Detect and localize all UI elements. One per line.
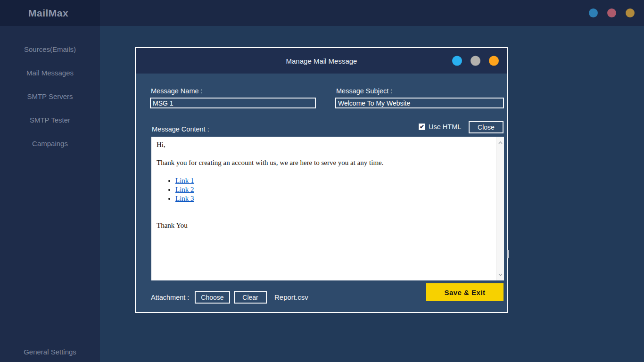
email-closing: Thank You: [157, 221, 491, 230]
manage-mail-message-dialog: Manage Mail Message Message Name : Messa…: [135, 47, 508, 313]
message-content-label: Message Content :: [152, 125, 209, 133]
topbar-circle-blue-icon[interactable]: [589, 8, 598, 17]
topbar-circle-gold-icon[interactable]: [626, 8, 635, 17]
list-item: Link 3: [175, 194, 491, 203]
use-html-label: Use HTML: [429, 123, 461, 131]
topbar-status-circles: [589, 8, 635, 17]
top-bar: MailMax: [0, 0, 644, 26]
attachment-file-name: Report.csv: [274, 293, 308, 301]
email-link-list: Link 1 Link 2 Link 3: [157, 176, 491, 203]
save-exit-button[interactable]: Save & Exit: [426, 283, 504, 301]
email-greeting: Hi,: [157, 140, 491, 149]
content-scrollbar[interactable]: [496, 137, 504, 280]
message-name-input[interactable]: [150, 98, 316, 108]
email-preview: Hi, Thank you for creating an account wi…: [151, 137, 496, 280]
email-link-2[interactable]: Link 2: [175, 186, 194, 193]
sidebar-nav: Sources(Emails) Mail Messages SMTP Serve…: [0, 37, 100, 155]
sidebar-item-smtp-servers[interactable]: SMTP Servers: [0, 84, 100, 108]
clear-attachment-button[interactable]: Clear: [234, 291, 267, 304]
message-subject-label: Message Subject :: [336, 87, 392, 95]
dialog-circle-blue-icon[interactable]: [452, 56, 462, 66]
app-logo-area: MailMax: [0, 0, 100, 26]
message-content-editor[interactable]: Hi, Thank you for creating an account wi…: [151, 137, 504, 280]
dialog-window-controls: [452, 56, 499, 66]
dialog-body: Message Name : Message Subject : Message…: [136, 74, 507, 312]
sidebar-item-mail-messages[interactable]: Mail Messages: [0, 61, 100, 84]
sidebar-item-general-settings[interactable]: General Settings: [24, 348, 76, 356]
dialog-titlebar: Manage Mail Message: [136, 48, 507, 74]
use-html-checkbox[interactable]: ✔: [419, 123, 425, 130]
email-link-3[interactable]: Link 3: [175, 195, 194, 202]
choose-attachment-button[interactable]: Choose: [195, 291, 230, 304]
sidebar-item-campaings[interactable]: Campaings: [0, 132, 100, 155]
scroll-down-icon[interactable]: [496, 271, 504, 279]
close-button[interactable]: Close: [469, 121, 504, 133]
dialog-circle-gray-icon[interactable]: [471, 56, 480, 66]
list-item: Link 1: [175, 176, 491, 185]
message-subject-input[interactable]: [335, 98, 504, 108]
attachment-label: Attachment :: [151, 294, 189, 301]
dialog-title: Manage Mail Message: [286, 57, 357, 65]
scroll-up-icon[interactable]: [496, 139, 504, 147]
app-title: MailMax: [0, 8, 68, 19]
email-link-1[interactable]: Link 1: [175, 177, 194, 184]
use-html-option: ✔ Use HTML: [419, 123, 461, 131]
topbar-circle-rose-icon[interactable]: [607, 8, 616, 17]
sidebar-item-smtp-tester[interactable]: SMTP Tester: [0, 108, 100, 132]
resize-grip[interactable]: [507, 250, 509, 258]
sidebar-item-sources-emails[interactable]: Sources(Emails): [0, 37, 100, 61]
sidebar: Sources(Emails) Mail Messages SMTP Serve…: [0, 26, 100, 362]
list-item: Link 2: [175, 185, 491, 194]
email-body-text: Thank you for creating an account with u…: [157, 158, 491, 167]
dialog-circle-orange-icon[interactable]: [489, 56, 499, 66]
message-name-label: Message Name :: [151, 87, 203, 95]
